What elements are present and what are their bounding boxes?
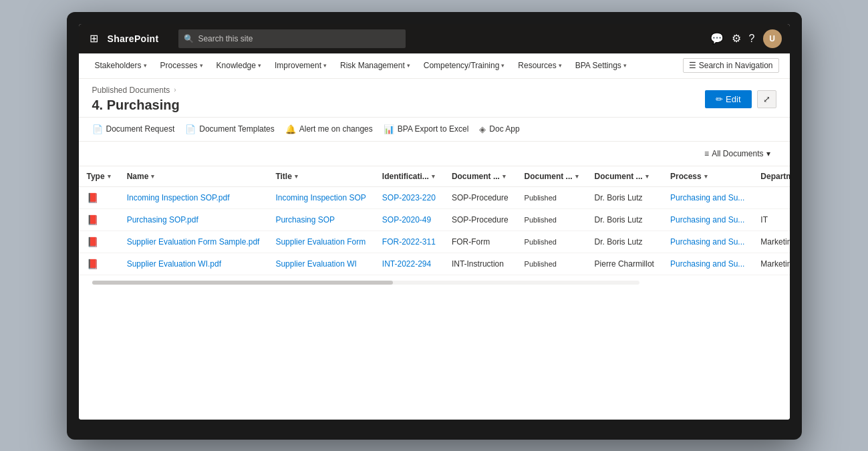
identification-link[interactable]: SOP-2020-49 [382,215,431,224]
document-name-link[interactable]: Purchasing SOP.pdf [127,215,198,224]
pdf-icon: 📕 [87,214,98,225]
sort-icon: ▾ [575,173,579,180]
status-badge: Published [525,238,557,246]
chevron-down-icon: ▾ [501,62,504,69]
cell-process: Purchasing and Su... [662,208,752,231]
cell-type: 📕 [79,231,119,253]
edit-button[interactable]: ✏ Edit [705,90,751,108]
sort-icon: ▾ [502,173,506,180]
documents-table: Type ▾ Name ▾ Title [79,166,790,275]
cell-document-type: SOP-Procedure [444,186,517,208]
sort-icon: ▾ [432,173,435,180]
nav-bpa-settings[interactable]: BPA Settings ▾ [570,53,632,78]
col-department[interactable]: Departme... [752,166,789,187]
document-title-link[interactable]: Supplier Evaluation WI [275,259,356,269]
process-link[interactable]: Purchasing and Su... [670,237,744,247]
cell-title: Incoming Inspection SOP [267,186,374,208]
cell-document-owner: Dr. Boris Lutz [587,186,662,208]
cell-document-status: Published [517,208,587,231]
page-header: Published Documents › 4. Purchasing ✏ Ed… [79,79,790,118]
document-title-link[interactable]: Incoming Inspection SOP [275,193,366,202]
nav-competency-training[interactable]: Competency/Training ▾ [418,53,511,78]
page-title: 4. Purchasing [92,98,180,113]
cell-document-type: FOR-Form [444,231,517,253]
col-document-owner[interactable]: Document ... ▾ [587,166,662,187]
toolbar-document-request[interactable]: 📄 Document Request [92,124,175,134]
sort-icon: ▾ [108,173,111,180]
sort-icon: ▾ [295,173,298,180]
cell-identification: SOP-2020-49 [374,208,444,231]
col-document-status[interactable]: Document ... ▾ [517,166,587,187]
cell-document-status: Published [517,231,587,253]
cell-name: Incoming Inspection SOP.pdf [119,186,268,208]
nav-risk-management[interactable]: Risk Management ▾ [335,53,416,78]
process-link[interactable]: Purchasing and Su... [670,259,744,269]
toolbar-alert-me[interactable]: 🔔 Alert me on changes [285,124,373,134]
document-name-link[interactable]: Supplier Evaluation Form Sample.pdf [127,237,260,247]
cell-document-status: Published [517,253,587,275]
cell-process: Purchasing and Su... [662,186,752,208]
document-request-icon: 📄 [92,124,103,134]
monitor: ⊞ SharePoint 🔍 💬 ⚙ ? U Stakeholders ▾ Pr… [67,12,802,440]
cell-document-type: SOP-Procedure [444,208,517,231]
nav-knowledge[interactable]: Knowledge ▾ [211,53,267,78]
chevron-down-icon: ▾ [323,62,327,69]
cell-department [752,186,789,208]
search-navigation[interactable]: ☰ Search in Navigation [683,58,779,73]
identification-link[interactable]: SOP-2023-220 [382,193,436,202]
cell-identification: FOR-2022-311 [374,231,444,253]
col-process[interactable]: Process ▾ [662,166,752,187]
chevron-down-icon: ▾ [407,62,410,69]
toolbar-doc-app[interactable]: ◈ Doc App [479,124,519,134]
waffle-icon[interactable]: ⊞ [87,29,101,47]
nav-improvement[interactable]: Improvement ▾ [269,53,332,78]
document-templates-icon: 📄 [185,124,196,134]
top-search-bar[interactable]: 🔍 [178,29,406,48]
secondary-navigation: Stakeholders ▾ Processes ▾ Knowledge ▾ I… [79,53,790,79]
chevron-down-icon: ▾ [623,62,627,69]
cell-department: Marketing [752,231,789,253]
settings-icon[interactable]: ⚙ [732,32,741,45]
col-identification[interactable]: Identificati... ▾ [374,166,444,187]
pdf-icon: 📕 [87,192,98,203]
col-type[interactable]: Type ▾ [79,166,119,187]
view-dropdown[interactable]: ≡ All Documents ▾ [698,146,776,162]
excel-icon: 📊 [384,124,394,134]
cell-name: Supplier Evaluation WI.pdf [119,253,268,275]
status-badge: Published [525,216,557,224]
sort-icon: ▾ [645,173,649,180]
expand-button[interactable]: ⤢ [757,90,776,108]
col-document-type[interactable]: Document ... ▾ [444,166,517,187]
breadcrumb-parent[interactable]: Published Documents [92,86,170,95]
cell-title: Supplier Evaluation Form [267,231,374,253]
col-title[interactable]: Title ▾ [267,166,374,187]
process-link[interactable]: Purchasing and Su... [670,193,744,202]
avatar[interactable]: U [763,29,782,48]
search-input[interactable] [198,34,400,43]
cell-document-owner: Dr. Boris Lutz [587,208,662,231]
help-icon[interactable]: ? [749,33,755,45]
document-name-link[interactable]: Incoming Inspection SOP.pdf [127,193,230,202]
sort-icon: ▾ [151,173,154,180]
filter-icon: ☰ [689,61,696,70]
toolbar-bpa-export[interactable]: 📊 BPA Export to Excel [384,124,469,134]
col-name[interactable]: Name ▾ [119,166,268,187]
cell-type: 📕 [79,208,119,231]
process-link[interactable]: Purchasing and Su... [670,215,744,224]
doc-app-icon: ◈ [479,124,486,134]
identification-link[interactable]: INT-2022-294 [382,259,431,269]
nav-resources[interactable]: Resources ▾ [513,53,567,78]
identification-link[interactable]: FOR-2022-311 [382,237,436,247]
table-row: 📕 Purchasing SOP.pdf Purchasing SOP SOP-… [79,208,790,231]
document-title-link[interactable]: Purchasing SOP [275,215,335,224]
nav-processes[interactable]: Processes ▾ [155,53,208,78]
chat-icon[interactable]: 💬 [710,32,724,45]
screen: ⊞ SharePoint 🔍 💬 ⚙ ? U Stakeholders ▾ Pr… [79,24,790,420]
cell-process: Purchasing and Su... [662,253,752,275]
sort-icon: ▾ [704,173,708,180]
nav-stakeholders[interactable]: Stakeholders ▾ [90,53,152,78]
document-name-link[interactable]: Supplier Evaluation WI.pdf [127,259,221,269]
toolbar-document-templates[interactable]: 📄 Document Templates [185,124,275,134]
chevron-down-icon: ▾ [766,149,770,158]
document-title-link[interactable]: Supplier Evaluation Form [275,237,366,247]
